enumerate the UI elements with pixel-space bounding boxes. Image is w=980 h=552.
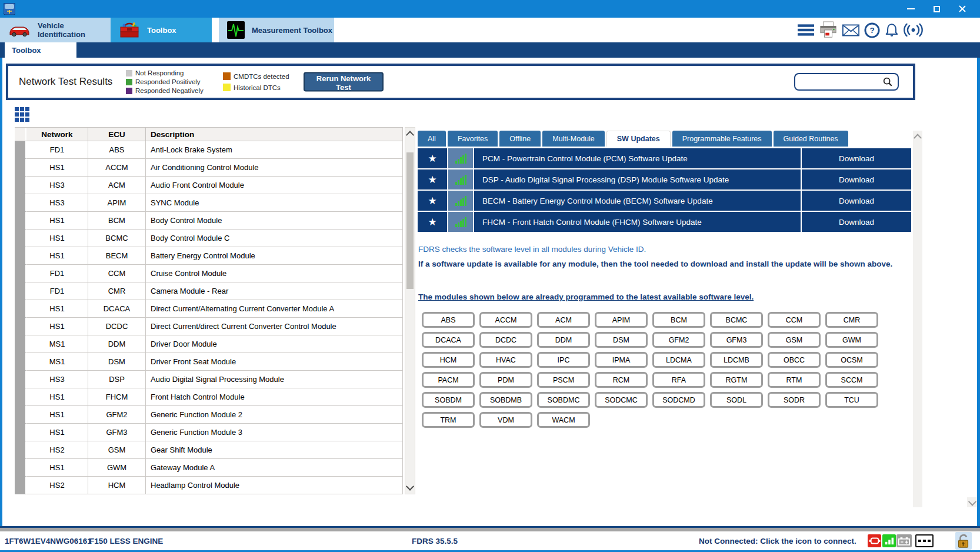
table-row-fhcm[interactable]: HS1FHCMFront Hatch Control Module (15, 388, 403, 406)
table-row-bcm[interactable]: HS1BCMBody Control Module (15, 212, 403, 230)
module-button-pacm[interactable]: PACM (422, 372, 475, 388)
module-button-dcdc[interactable]: DCDC (479, 332, 532, 348)
table-row-becm[interactable]: HS1BECMBattery Energy Control Module (15, 247, 403, 265)
search-icon[interactable] (882, 77, 893, 87)
rerun-network-test-button[interactable]: Rerun Network Test (304, 72, 384, 92)
notifications-icon[interactable] (885, 22, 899, 38)
table-row-dsp[interactable]: HS3DSPAudio Digital Signal Processing Mo… (15, 371, 403, 388)
printer-icon[interactable] (819, 21, 838, 39)
table-row-apim[interactable]: HS3APIMSYNC Module (15, 194, 403, 212)
signal-strength-icon[interactable] (882, 534, 896, 547)
tab-toolbox[interactable]: Toolbox (5, 42, 76, 58)
connect-icon[interactable] (904, 23, 923, 37)
module-button-ldcmb[interactable]: LDCMB (710, 352, 763, 368)
table-scrollbar[interactable] (405, 127, 415, 494)
app-tab-measurement-toolbox[interactable]: Measurement Toolbox (219, 18, 334, 42)
module-button-apim[interactable]: APIM (595, 312, 648, 328)
module-button-sodl[interactable]: SODL (710, 392, 763, 408)
mail-icon[interactable] (842, 24, 859, 36)
module-button-rtm[interactable]: RTM (768, 372, 821, 388)
module-button-gfm3[interactable]: GFM3 (710, 332, 763, 348)
table-row-acm[interactable]: HS3ACMAudio Front Control Module (15, 177, 403, 194)
module-button-cmr[interactable]: CMR (825, 312, 878, 328)
search-input[interactable] (795, 78, 882, 87)
module-button-wacm[interactable]: WACM (537, 412, 590, 428)
tab-sw-updates[interactable]: SW Updates (606, 131, 671, 147)
battery-icon[interactable] (896, 534, 912, 547)
download-button[interactable]: Download (802, 191, 911, 211)
favorite-star-icon[interactable]: ★ (418, 169, 447, 189)
tab-guided-routines[interactable]: Guided Routines (774, 131, 848, 147)
module-button-acm[interactable]: ACM (537, 312, 590, 328)
lock-open-icon[interactable] (955, 532, 972, 550)
module-button-sobdmc[interactable]: SOBDMC (537, 392, 590, 408)
module-button-sodcmd[interactable]: SODCMD (652, 392, 705, 408)
tab-programmable-features[interactable]: Programmable Features (672, 131, 772, 147)
minimize-button[interactable] (898, 0, 924, 18)
favorite-star-icon[interactable]: ★ (418, 148, 447, 168)
table-row-accm[interactable]: HS1ACCMAir Conditioning Control Module (15, 159, 403, 177)
module-button-rfa[interactable]: RFA (652, 372, 705, 388)
download-button[interactable]: Download (802, 148, 911, 168)
table-row-dcdc[interactable]: HS1DCDCDirect Current/direct Current Con… (15, 318, 403, 335)
module-button-dcaca[interactable]: DCACA (422, 332, 475, 348)
module-button-sodr[interactable]: SODR (768, 392, 821, 408)
favorite-star-icon[interactable]: ★ (418, 212, 447, 232)
module-button-obcc[interactable]: OBCC (768, 352, 821, 368)
scroll-down-button[interactable] (405, 481, 415, 494)
help-icon[interactable]: ? (864, 22, 880, 38)
table-row-ddm[interactable]: MS1DDMDriver Door Module (15, 335, 403, 353)
table-row-gfm2[interactable]: HS1GFM2Generic Function Module 2 (15, 406, 403, 424)
download-button[interactable]: Download (802, 169, 911, 189)
menu-icon[interactable] (798, 24, 814, 36)
table-row-bcmc[interactable]: HS1BCMCBody Control Module C (15, 230, 403, 247)
module-button-sccm[interactable]: SCCM (825, 372, 878, 388)
grid-view-icon[interactable] (15, 107, 29, 122)
module-button-sodcmc[interactable]: SODCMC (595, 392, 648, 408)
scrollbar-thumb[interactable] (406, 152, 414, 289)
table-row-gwm[interactable]: HS1GWMGateway Module A (15, 459, 403, 477)
table-row-dsm[interactable]: MS1DSMDriver Front Seat Module (15, 353, 403, 371)
module-button-accm[interactable]: ACCM (479, 312, 532, 328)
app-tab-toolbox[interactable]: Toolbox (111, 18, 212, 42)
module-button-ipma[interactable]: IPMA (595, 352, 648, 368)
module-button-rcm[interactable]: RCM (595, 372, 648, 388)
app-tab-vehicle-identification[interactable]: Vehicle Identification (0, 18, 111, 42)
favorite-star-icon[interactable]: ★ (418, 191, 447, 211)
maximize-button[interactable] (924, 0, 949, 18)
tab-multi-module[interactable]: Multi-Module (542, 131, 605, 147)
tab-favorites[interactable]: Favorites (448, 131, 498, 147)
table-row-ccm[interactable]: FD1CCMCruise Control Module (15, 265, 403, 282)
module-button-ipc[interactable]: IPC (537, 352, 590, 368)
module-button-gwm[interactable]: GWM (825, 332, 878, 348)
module-button-dsm[interactable]: DSM (595, 332, 648, 348)
scroll-up-button[interactable] (913, 131, 922, 144)
module-button-sobdm[interactable]: SOBDM (422, 392, 475, 408)
module-button-ocsm[interactable]: OCSM (825, 352, 878, 368)
download-button[interactable]: Download (802, 212, 911, 232)
module-button-sobdmb[interactable]: SOBDMB (479, 392, 532, 408)
vci-icon[interactable] (868, 534, 881, 547)
module-button-bcmc[interactable]: BCMC (710, 312, 763, 328)
scroll-up-button[interactable] (405, 128, 415, 141)
module-button-gfm2[interactable]: GFM2 (652, 332, 705, 348)
module-button-pscm[interactable]: PSCM (537, 372, 590, 388)
module-button-tcu[interactable]: TCU (825, 392, 878, 408)
module-button-ldcma[interactable]: LDCMA (652, 352, 705, 368)
module-button-ddm[interactable]: DDM (537, 332, 590, 348)
module-button-abs[interactable]: ABS (422, 312, 475, 328)
right-panel-scrollbar[interactable] (913, 131, 922, 507)
tab-all[interactable]: All (418, 131, 446, 147)
table-row-cmr[interactable]: FD1CMRCamera Module - Rear (15, 282, 403, 300)
module-button-gsm[interactable]: GSM (768, 332, 821, 348)
module-button-hvac[interactable]: HVAC (479, 352, 532, 368)
tab-offline[interactable]: Offline (499, 131, 541, 147)
module-button-ccm[interactable]: CCM (768, 312, 821, 328)
module-button-bcm[interactable]: BCM (652, 312, 705, 328)
window-scroll-down-button[interactable] (967, 497, 977, 507)
module-button-rgtm[interactable]: RGTM (710, 372, 763, 388)
table-row-gsm[interactable]: HS2GSMGear Shift Module (15, 441, 403, 459)
module-button-vdm[interactable]: VDM (479, 412, 532, 428)
table-row-gfm3[interactable]: HS1GFM3Generic Function Module 3 (15, 424, 403, 441)
dashes-icon[interactable] (915, 534, 934, 547)
